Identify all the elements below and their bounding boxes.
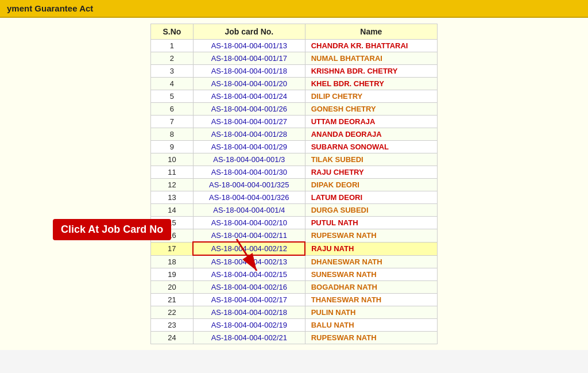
table-row: 18AS-18-004-004-002/13DHANESWAR NATH xyxy=(151,255,438,268)
jobcard-link[interactable]: AS-18-004-004-002/13 xyxy=(211,257,287,266)
table-row: 22AS-18-004-004-002/18PULIN NATH xyxy=(151,306,438,319)
cell-jobcard[interactable]: AS-18-004-004-001/29 xyxy=(193,141,305,153)
table-row: 19AS-18-004-004-002/15SUNESWAR NATH xyxy=(151,268,438,281)
cell-sno: 8 xyxy=(151,128,194,141)
cell-jobcard[interactable]: AS-18-004-004-002/11 xyxy=(193,229,305,243)
cell-name: KHEL BDR. CHETRY xyxy=(305,78,437,90)
cell-jobcard[interactable]: AS-18-004-004-001/17 xyxy=(193,52,305,65)
table-row: 20AS-18-004-004-002/16BOGADHAR NATH xyxy=(151,281,438,294)
cell-name: SUNESWAR NATH xyxy=(305,268,437,281)
cell-jobcard[interactable]: AS-18-004-004-001/325 xyxy=(193,179,305,191)
col-jobcard: Job card No. xyxy=(193,24,305,40)
cell-sno: 3 xyxy=(151,65,194,78)
table-row: 11AS-18-004-004-001/30RAJU CHETRY xyxy=(151,166,438,179)
table-row: 14AS-18-004-004-001/4DURGA SUBEDI xyxy=(151,204,438,217)
cell-sno: 12 xyxy=(151,179,194,191)
cell-name: ANANDA DEORAJA xyxy=(305,128,437,141)
cell-name: PUTUL NATH xyxy=(305,217,437,229)
cell-name: RAJU NATH xyxy=(305,242,437,255)
jobcard-link[interactable]: AS-18-004-004-001/30 xyxy=(211,168,287,176)
cell-sno: 1 xyxy=(151,40,194,52)
cell-jobcard[interactable]: AS-18-004-004-002/16 xyxy=(193,281,305,294)
cell-name: BOGADHAR NATH xyxy=(305,281,437,294)
jobcard-link[interactable]: AS-18-004-004-001/3 xyxy=(213,155,285,164)
cell-sno: 13 xyxy=(151,191,194,204)
cell-name: UTTAM DEORAJA xyxy=(305,116,437,128)
cell-jobcard[interactable]: AS-18-004-004-001/20 xyxy=(193,78,305,90)
jobcard-link[interactable]: AS-18-004-004-001/13 xyxy=(211,41,287,50)
cell-jobcard[interactable]: AS-18-004-004-002/10 xyxy=(193,217,305,229)
table-row: 21AS-18-004-004-002/17THANESWAR NATH xyxy=(151,294,438,306)
page-title: yment Guarantee Act xyxy=(7,3,93,13)
cell-jobcard[interactable]: AS-18-004-004-001/13 xyxy=(193,40,305,52)
jobcard-link[interactable]: AS-18-004-004-001/4 xyxy=(213,206,285,214)
cell-sno: 24 xyxy=(151,332,194,344)
cell-name: TILAK SUBEDI xyxy=(305,153,437,166)
jobcard-link[interactable]: AS-18-004-004-001/26 xyxy=(211,105,287,113)
table-row: 5AS-18-004-004-001/24DILIP CHETRY xyxy=(151,90,438,103)
jobcard-link[interactable]: AS-18-004-004-001/29 xyxy=(211,143,287,151)
cell-jobcard[interactable]: AS-18-004-004-002/19 xyxy=(193,319,305,332)
jobcard-link[interactable]: AS-18-004-004-002/16 xyxy=(211,283,287,291)
cell-jobcard[interactable]: AS-18-004-004-002/21 xyxy=(193,332,305,344)
cell-jobcard[interactable]: AS-18-004-004-001/326 xyxy=(193,191,305,204)
cell-jobcard[interactable]: AS-18-004-004-001/18 xyxy=(193,65,305,78)
cell-jobcard[interactable]: AS-18-004-004-001/4 xyxy=(193,204,305,217)
jobcard-link[interactable]: AS-18-004-004-002/10 xyxy=(211,218,287,227)
cell-sno: 10 xyxy=(151,153,194,166)
cell-sno: 22 xyxy=(151,306,194,319)
cell-name: BALU NATH xyxy=(305,319,437,332)
jobcard-link[interactable]: AS-18-004-004-002/21 xyxy=(211,333,287,342)
jobcard-link[interactable]: AS-18-004-004-001/27 xyxy=(211,117,287,126)
cell-name: THANESWAR NATH xyxy=(305,294,437,306)
jobcard-link[interactable]: AS-18-004-004-002/19 xyxy=(211,321,287,329)
cell-sno: 2 xyxy=(151,52,194,65)
cell-name: DURGA SUBEDI xyxy=(305,204,437,217)
cell-sno: 20 xyxy=(151,281,194,294)
cell-jobcard[interactable]: AS-18-004-004-002/18 xyxy=(193,306,305,319)
table-row: 15AS-18-004-004-002/10PUTUL NATH xyxy=(151,217,438,229)
job-card-table: S.No Job card No. Name 1AS-18-004-004-00… xyxy=(150,24,438,344)
cell-sno: 5 xyxy=(151,90,194,103)
cell-name: RUPESWAR NATH xyxy=(305,332,437,344)
cell-sno: 7 xyxy=(151,116,194,128)
cell-jobcard[interactable]: AS-18-004-004-001/24 xyxy=(193,90,305,103)
cell-name: GONESH CHETRY xyxy=(305,103,437,116)
cell-jobcard[interactable]: AS-18-004-004-001/3 xyxy=(193,153,305,166)
annotation-label: Click At Job Card No xyxy=(53,219,171,240)
cell-sno: 19 xyxy=(151,268,194,281)
jobcard-link[interactable]: AS-18-004-004-001/325 xyxy=(209,180,289,189)
cell-jobcard[interactable]: AS-18-004-004-001/27 xyxy=(193,116,305,128)
jobcard-link[interactable]: AS-18-004-004-001/20 xyxy=(211,79,287,88)
table-row: 1AS-18-004-004-001/13CHANDRA KR. BHATTAR… xyxy=(151,40,438,52)
cell-sno: 9 xyxy=(151,141,194,153)
cell-jobcard[interactable]: AS-18-004-004-002/13 xyxy=(193,255,305,268)
cell-name: NUMAL BHATTARAI xyxy=(305,52,437,65)
table-row: 24AS-18-004-004-002/21RUPESWAR NATH xyxy=(151,332,438,344)
cell-jobcard[interactable]: AS-18-004-004-001/30 xyxy=(193,166,305,179)
table-container: Click At Job Card No S.No Job card No. N… xyxy=(150,24,438,344)
top-bar: yment Guarantee Act xyxy=(0,0,588,18)
cell-sno: 4 xyxy=(151,78,194,90)
jobcard-link[interactable]: AS-18-004-004-002/15 xyxy=(211,270,287,279)
cell-jobcard[interactable]: AS-18-004-004-002/12 xyxy=(193,242,305,255)
jobcard-link[interactable]: AS-18-004-004-001/18 xyxy=(211,67,287,75)
cell-jobcard[interactable]: AS-18-004-004-002/15 xyxy=(193,268,305,281)
jobcard-link[interactable]: AS-18-004-004-001/17 xyxy=(211,54,287,63)
jobcard-link[interactable]: AS-18-004-004-002/12 xyxy=(211,244,287,253)
cell-jobcard[interactable]: AS-18-004-004-002/17 xyxy=(193,294,305,306)
cell-jobcard[interactable]: AS-18-004-004-001/26 xyxy=(193,103,305,116)
table-row: 4AS-18-004-004-001/20KHEL BDR. CHETRY xyxy=(151,78,438,90)
cell-sno: 11 xyxy=(151,166,194,179)
jobcard-link[interactable]: AS-18-004-004-002/18 xyxy=(211,308,287,317)
col-sno: S.No xyxy=(151,24,194,40)
cell-name: DIPAK DEORI xyxy=(305,179,437,191)
jobcard-link[interactable]: AS-18-004-004-001/28 xyxy=(211,130,287,139)
jobcard-link[interactable]: AS-18-004-004-001/24 xyxy=(211,92,287,101)
jobcard-link[interactable]: AS-18-004-004-002/11 xyxy=(211,231,287,240)
jobcard-link[interactable]: AS-18-004-004-002/17 xyxy=(211,295,287,304)
cell-jobcard[interactable]: AS-18-004-004-001/28 xyxy=(193,128,305,141)
table-row: 23AS-18-004-004-002/19BALU NATH xyxy=(151,319,438,332)
jobcard-link[interactable]: AS-18-004-004-001/326 xyxy=(209,193,289,202)
cell-sno: 23 xyxy=(151,319,194,332)
